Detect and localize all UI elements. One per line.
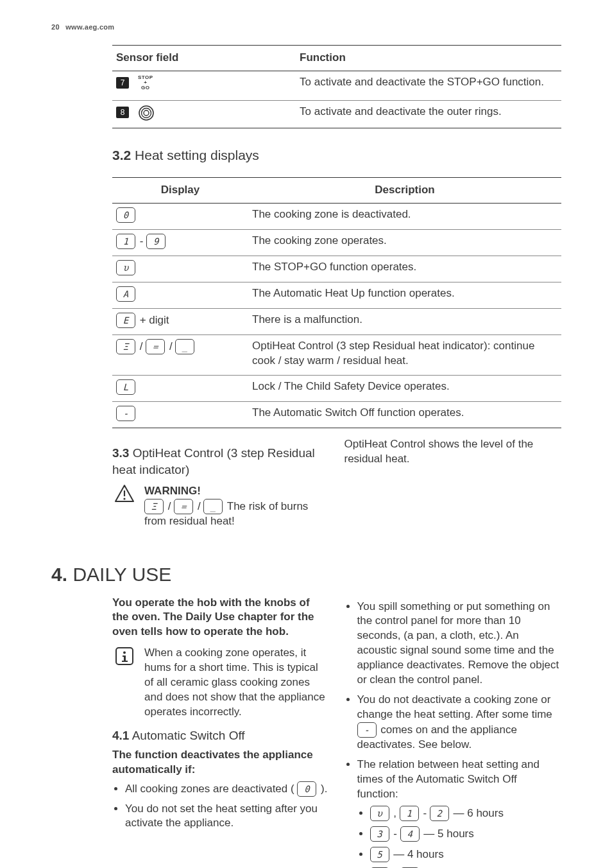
display-table: Display Description 0The cooking zone is… bbox=[112, 177, 561, 428]
list-item: 5 — 4 hours bbox=[370, 847, 561, 862]
chapter-4-heading: 4. DAILY USE bbox=[51, 562, 561, 588]
display-segment-icon: 0 bbox=[116, 207, 135, 223]
display-segment-icon: - bbox=[357, 722, 377, 738]
table-row: AThe Automatic Heat Up function operates… bbox=[112, 282, 561, 309]
display-segment-icon: 0 bbox=[297, 781, 316, 797]
display-symbol-cell: - bbox=[112, 401, 248, 428]
sensor-col2-header: Function bbox=[296, 45, 561, 71]
svg-point-1 bbox=[142, 108, 151, 117]
display-segment-icon: L bbox=[116, 379, 135, 395]
display-segment-icon: E bbox=[116, 313, 135, 328]
table-row: 8To activate and deactivate the outer ri… bbox=[112, 100, 561, 128]
table-row: LLock / The Child Safety Device operates… bbox=[112, 375, 561, 401]
table-row: 1 - 9The cooking zone operates. bbox=[112, 230, 561, 256]
display-segment-icon: = bbox=[146, 339, 165, 354]
display-segment-icon: υ bbox=[116, 260, 135, 275]
display-description: There is a malfunction. bbox=[248, 309, 561, 335]
display-symbol-cell: E + digit bbox=[112, 309, 248, 335]
svg-point-5 bbox=[123, 498, 125, 500]
stop-go-icon: STOP+GO bbox=[138, 75, 153, 91]
display-segment-icon: 5 bbox=[370, 847, 389, 862]
display-symbol-cell: 1 - 9 bbox=[112, 230, 248, 256]
display-segment-icon: 1 bbox=[400, 806, 419, 821]
list-item: All cooking zones are deactivated ( 0 ). bbox=[125, 781, 329, 797]
display-symbol-cell: A bbox=[112, 282, 248, 309]
display-description: The cooking zone operates. bbox=[248, 230, 561, 256]
table-row: 0The cooking zone is deactivated. bbox=[112, 204, 561, 230]
display-segment-icon: 4 bbox=[400, 826, 420, 842]
chapter-4-intro: You operate the hob with the knobs of th… bbox=[112, 596, 329, 640]
display-segment-icon: Ξ bbox=[116, 339, 135, 354]
display-segment-icon: 1 bbox=[116, 234, 135, 249]
sensor-col1-header: Sensor field bbox=[112, 45, 296, 71]
table-row: 7STOP+GOTo activate and deactivate the S… bbox=[112, 71, 561, 100]
table-row: E + digitThere is a malfunction. bbox=[112, 309, 561, 335]
info-text: When a cooking zone operates, it hums fo… bbox=[144, 646, 329, 720]
display-segment-icon: Ξ bbox=[144, 499, 164, 514]
sensor-field-table: Sensor field Function 7STOP+GOTo activat… bbox=[112, 45, 561, 128]
info-block: When a cooking zone operates, it hums fo… bbox=[112, 646, 329, 720]
row-number-badge: 7 bbox=[116, 77, 129, 89]
info-icon bbox=[114, 646, 135, 666]
sensor-description: To activate and deactivate the STOP+GO f… bbox=[296, 71, 561, 100]
display-description: The STOP+GO function operates. bbox=[248, 256, 561, 282]
section-3-3-right-text: OptiHeat Control shows the level of the … bbox=[344, 437, 561, 533]
svg-point-7 bbox=[123, 652, 126, 654]
warning-icon bbox=[114, 484, 135, 503]
section-3-2-heading: 3.2 Heat setting displays bbox=[112, 146, 561, 164]
warning-title: WARNING! bbox=[144, 484, 329, 499]
display-symbol-cell: L bbox=[112, 375, 248, 401]
display-description: Lock / The Child Safety Device operates. bbox=[248, 375, 561, 401]
display-col1-header: Display bbox=[112, 178, 248, 204]
running-header: 20 www.aeg.com bbox=[51, 22, 561, 32]
section-4-1-heading: 4.1 Automatic Switch Off bbox=[112, 727, 329, 744]
display-col2-header: Description bbox=[248, 178, 561, 204]
display-segment-icon: _ bbox=[203, 499, 223, 514]
table-row: Ξ / = / _OptiHeat Control (3 step Residu… bbox=[112, 335, 561, 376]
table-row: υThe STOP+GO function operates. bbox=[112, 256, 561, 282]
list-item: You do not set the heat setting after yo… bbox=[125, 802, 329, 831]
display-description: The Automatic Heat Up function operates. bbox=[248, 282, 561, 309]
row-number-badge: 8 bbox=[116, 107, 129, 118]
display-segment-icon: _ bbox=[175, 339, 194, 354]
sub-list: υ , 1 - 2 — 6 hours3 - 4 — 5 hours5 — 4 … bbox=[357, 806, 561, 868]
display-segment-icon: 3 bbox=[370, 826, 389, 842]
section-3-3-heading: 3.3 OptiHeat Control (3 step Residual he… bbox=[112, 445, 329, 478]
display-symbol-cell: υ bbox=[112, 256, 248, 282]
sensor-description: To activate and deactivate the outer rin… bbox=[296, 100, 561, 128]
table-row: -The Automatic Switch Off function opera… bbox=[112, 401, 561, 428]
list-item: You do not deactivate a cooking zone or … bbox=[357, 693, 561, 752]
display-description: OptiHeat Control (3 step Residual heat i… bbox=[248, 335, 561, 376]
outer-ring-icon bbox=[138, 105, 155, 121]
site-url: www.aeg.com bbox=[65, 23, 114, 31]
section-4-1-right-list: You spill something or put something on … bbox=[344, 600, 561, 868]
section-4-1-lead: The function deactivates the appliance a… bbox=[112, 748, 329, 777]
display-description: The cooking zone is deactivated. bbox=[248, 204, 561, 230]
section-4-1-left-list: All cooking zones are deactivated ( 0 ).… bbox=[112, 781, 329, 831]
display-segment-icon: = bbox=[174, 499, 193, 514]
list-item: The relation between heat setting and ti… bbox=[357, 758, 561, 868]
display-segment-icon: 2 bbox=[430, 806, 449, 821]
display-segment-icon: A bbox=[116, 286, 135, 302]
list-item: You spill something or put something on … bbox=[357, 600, 561, 688]
list-item: υ , 1 - 2 — 6 hours bbox=[370, 806, 561, 821]
display-segment-icon: υ bbox=[370, 806, 389, 821]
display-segment-icon: - bbox=[116, 406, 135, 421]
display-symbol-cell: 0 bbox=[112, 204, 248, 230]
display-symbol-cell: Ξ / = / _ bbox=[112, 335, 248, 376]
svg-point-2 bbox=[144, 110, 149, 116]
display-segment-icon: 9 bbox=[146, 234, 166, 249]
page-number: 20 bbox=[51, 23, 60, 31]
warning-text: Ξ / = / _ The risk of burns from residua… bbox=[144, 499, 329, 529]
list-item: 3 - 4 — 5 hours bbox=[370, 826, 561, 842]
display-description: The Automatic Switch Off function operat… bbox=[248, 401, 561, 428]
warning-block: WARNING! Ξ / = / _ The risk of burns fro… bbox=[112, 484, 329, 529]
